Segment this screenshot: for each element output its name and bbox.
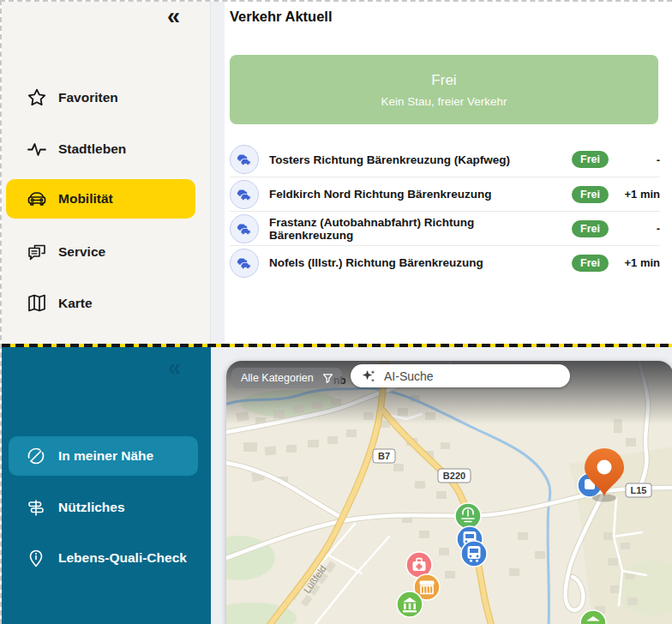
pin-info-icon bbox=[26, 548, 46, 568]
status-subtitle: Kein Stau, freier Verkehr bbox=[381, 95, 507, 108]
status-badge: Frei bbox=[572, 151, 609, 168]
star-icon bbox=[27, 87, 47, 108]
traffic-route-list: Tosters Richtung Bärenkreuzung (Kapfweg)… bbox=[230, 142, 660, 279]
sidebar-item-mobilitaet[interactable]: Mobilität bbox=[6, 179, 195, 219]
sidebar-item-label: Stadtleben bbox=[58, 141, 126, 157]
traffic-route-row[interactable]: Tosters Richtung Bärenkreuzung (Kapfweg)… bbox=[230, 142, 660, 177]
status-badge: Frei bbox=[572, 255, 609, 272]
route-label: Tosters Richtung Bärenkreuzung (Kapfweg) bbox=[269, 153, 561, 166]
delay-value: +1 min bbox=[619, 256, 660, 269]
sidebar-nearby: « In meiner Nähe bbox=[2, 347, 211, 624]
traffic-route-row[interactable]: Nofels (Illstr.) Richtung Bärenkreuzung … bbox=[230, 245, 660, 279]
map-marker-bus[interactable] bbox=[461, 541, 487, 567]
sidebar-item-service[interactable]: Service bbox=[2, 233, 210, 271]
route-label: Nofels (Illstr.) Richtung Bärenkreuzung bbox=[269, 256, 561, 269]
delay-value: - bbox=[619, 222, 660, 235]
sidebar-item-in-meiner-naehe[interactable]: In meiner Nähe bbox=[9, 436, 198, 476]
category-filter-button[interactable]: Alle Kategorien bbox=[231, 368, 342, 388]
sidebar-item-label: Service bbox=[58, 244, 105, 260]
svg-text:L15: L15 bbox=[631, 485, 647, 495]
sidebar-item-label: Nützliches bbox=[58, 500, 125, 515]
svg-text:B220: B220 bbox=[443, 471, 465, 481]
sidebar-item-nuetzliches[interactable]: Nützliches bbox=[2, 489, 211, 526]
map-icon bbox=[27, 293, 47, 314]
sparkle-icon bbox=[361, 369, 375, 383]
status-badge: Frei bbox=[572, 220, 609, 237]
traffic-route-row[interactable]: Frastanz (Autobahnabfahrt) Richtung Bäre… bbox=[230, 211, 660, 245]
activity-icon bbox=[27, 139, 47, 159]
app-window: « Favoriten Stadtleben bbox=[0, 0, 672, 624]
road-shield-b7: B7 bbox=[373, 449, 395, 463]
svg-text:B7: B7 bbox=[378, 451, 390, 461]
map-marker-museum[interactable] bbox=[397, 591, 423, 617]
traffic-status-banner: Frei Kein Stau, freier Verkehr bbox=[230, 55, 658, 124]
sidebar-gap bbox=[210, 2, 225, 344]
status-badge: Frei bbox=[572, 186, 609, 203]
route-label: Feldkirch Nord Richtung Bärenkreuzung bbox=[269, 188, 561, 201]
traffic-route-row[interactable]: Feldkirch Nord Richtung Bärenkreuzung Fr… bbox=[230, 177, 660, 211]
top-section: « Favoriten Stadtleben bbox=[2, 2, 672, 344]
route-label: Frastanz (Autobahnabfahrt) Richtung Bäre… bbox=[269, 216, 561, 242]
sidebar-item-label: Favoriten bbox=[58, 90, 118, 105]
collapse-sidebar-button[interactable]: « bbox=[167, 5, 178, 28]
traffic-cars-icon bbox=[230, 214, 259, 243]
near-me-icon bbox=[26, 446, 46, 466]
category-filter-label: Alle Kategorien bbox=[241, 372, 314, 384]
chat-bubbles-icon bbox=[27, 242, 47, 262]
filter-icon bbox=[321, 372, 334, 385]
road-shield-l15: L15 bbox=[626, 483, 651, 497]
status-title: Frei bbox=[431, 72, 456, 89]
map-container: nb Lüßfeld B7 B220 L15 bbox=[226, 361, 672, 624]
ai-search-input[interactable]: AI-Suche bbox=[351, 364, 570, 387]
map-marker-fountain[interactable] bbox=[455, 503, 481, 529]
signpost-icon bbox=[26, 497, 46, 518]
traffic-panel: Verkehr Aktuell Frei Kein Stau, freier V… bbox=[225, 2, 672, 344]
search-placeholder: AI-Suche bbox=[384, 369, 434, 383]
sidebar-main: « Favoriten Stadtleben bbox=[2, 2, 210, 344]
road-shield-b220: B220 bbox=[438, 469, 471, 483]
traffic-cars-icon bbox=[230, 249, 259, 278]
sidebar-item-label: Karte bbox=[58, 296, 93, 311]
bottom-section: « In meiner Nähe bbox=[2, 347, 672, 624]
car-icon bbox=[27, 189, 47, 209]
sidebar-item-stadtleben[interactable]: Stadtleben bbox=[2, 130, 210, 168]
map-canvas[interactable]: nb Lüßfeld B7 B220 L15 bbox=[226, 361, 672, 624]
page-title: Verkehr Aktuell bbox=[230, 9, 660, 25]
sidebar-item-favoriten[interactable]: Favoriten bbox=[2, 79, 210, 117]
sidebar-item-label: In meiner Nähe bbox=[58, 448, 153, 464]
collapse-sidebar-button[interactable]: « bbox=[168, 357, 179, 380]
traffic-cars-icon bbox=[230, 180, 259, 209]
delay-value: +1 min bbox=[619, 188, 660, 201]
sidebar-item-karte[interactable]: Karte bbox=[2, 285, 210, 322]
delay-value: - bbox=[619, 153, 660, 166]
sidebar-item-label: Mobilität bbox=[58, 191, 113, 207]
sidebar-item-lebens-quali-check[interactable]: Lebens-Quali-Check bbox=[2, 539, 211, 577]
sidebar-item-label: Lebens-Quali-Check bbox=[58, 550, 187, 566]
traffic-cars-icon bbox=[230, 145, 259, 174]
